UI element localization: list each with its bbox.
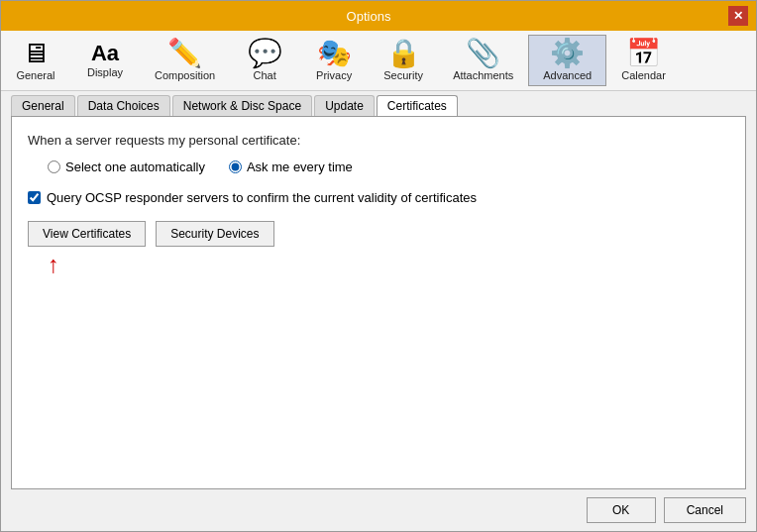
tab-update[interactable]: Update — [314, 95, 375, 116]
toolbar: 🖥 General Aa Display ✏️ Composition 💬 Ch… — [1, 31, 756, 91]
bottom-bar: OK Cancel — [1, 489, 756, 531]
tabs-bar: General Data Choices Network & Disc Spac… — [1, 91, 756, 116]
composition-icon: ✏️ — [167, 40, 202, 67]
checkbox-row: Query OCSP responder servers to confirm … — [28, 190, 729, 205]
title-bar: Options ✕ — [1, 1, 756, 31]
radio-auto[interactable]: Select one automatically — [48, 160, 205, 174]
section-label: When a server requests my personal certi… — [28, 133, 729, 148]
toolbar-chat-label: Chat — [254, 69, 276, 81]
toolbar-security[interactable]: 🔒 Security — [369, 35, 438, 86]
toolbar-display-label: Display — [87, 66, 123, 78]
toolbar-chat[interactable]: 💬 Chat — [230, 35, 299, 86]
chat-icon: 💬 — [248, 40, 282, 67]
toolbar-privacy[interactable]: 🎭 Privacy — [299, 35, 369, 86]
toolbar-calendar-label: Calendar — [621, 69, 666, 81]
advanced-icon: ⚙️ — [550, 40, 585, 67]
privacy-icon: 🎭 — [317, 40, 352, 67]
calendar-icon: 📅 — [626, 40, 661, 67]
close-button[interactable]: ✕ — [728, 6, 748, 26]
toolbar-advanced[interactable]: ⚙️ Advanced — [528, 35, 606, 86]
view-certificates-button[interactable]: View Certificates — [28, 221, 146, 247]
buttons-row: View Certificates Security Devices — [28, 221, 729, 247]
security-devices-button[interactable]: Security Devices — [156, 221, 273, 247]
radio-ask[interactable]: Ask me every time — [229, 160, 353, 174]
cancel-button[interactable]: Cancel — [664, 497, 746, 523]
toolbar-attachments[interactable]: 📎 Attachments — [438, 35, 528, 86]
radio-ask-input[interactable] — [229, 160, 242, 173]
ok-button[interactable]: OK — [587, 497, 656, 523]
window-title: Options — [9, 9, 728, 24]
tab-certificates[interactable]: Certificates — [377, 95, 458, 116]
radio-auto-input[interactable] — [48, 160, 60, 173]
toolbar-composition-label: Composition — [155, 69, 215, 81]
toolbar-attachments-label: Attachments — [453, 69, 513, 81]
tab-general[interactable]: General — [11, 95, 75, 116]
toolbar-security-label: Security — [383, 69, 423, 81]
content-area: ↑ When a server requests my personal cer… — [11, 116, 746, 489]
tab-data-choices[interactable]: Data Choices — [77, 95, 170, 116]
toolbar-general-label: General — [16, 69, 54, 81]
radio-ask-label: Ask me every time — [247, 160, 353, 174]
arrow-to-view-certs: ↑ — [48, 251, 729, 278]
security-icon: 🔒 — [386, 40, 421, 67]
attachments-icon: 📎 — [466, 40, 500, 67]
general-icon: 🖥 — [22, 40, 50, 67]
ocsp-label: Query OCSP responder servers to confirm … — [47, 190, 477, 205]
toolbar-calendar[interactable]: 📅 Calendar — [606, 35, 681, 86]
display-icon: Aa — [91, 43, 119, 64]
toolbar-general[interactable]: 🖥 General — [1, 35, 70, 86]
tab-network[interactable]: Network & Disc Space — [172, 95, 312, 116]
ocsp-checkbox[interactable] — [28, 191, 41, 204]
toolbar-privacy-label: Privacy — [316, 69, 352, 81]
radio-group: Select one automatically Ask me every ti… — [48, 160, 729, 174]
radio-auto-label: Select one automatically — [65, 160, 205, 174]
toolbar-advanced-label: Advanced — [543, 69, 592, 81]
toolbar-display[interactable]: Aa Display — [70, 35, 140, 86]
options-window: Options ✕ 🖥 General Aa Display ✏️ Compos… — [0, 0, 757, 532]
toolbar-composition[interactable]: ✏️ Composition — [140, 35, 230, 86]
